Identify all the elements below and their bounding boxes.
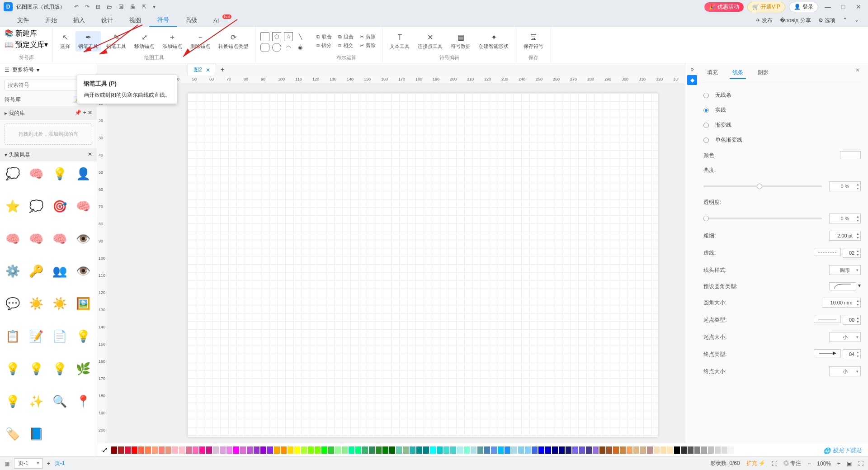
- color-swatch-item[interactable]: [111, 446, 117, 454]
- color-swatch-item[interactable]: [728, 446, 734, 454]
- color-swatch-item[interactable]: [667, 446, 673, 454]
- dash-preview[interactable]: [814, 248, 841, 256]
- shape-rect[interactable]: [260, 32, 269, 41]
- color-swatch-item[interactable]: [132, 446, 137, 454]
- color-swatch-item[interactable]: [525, 446, 531, 454]
- mylib-pin-icon[interactable]: 📌: [75, 109, 81, 116]
- color-swatch-item[interactable]: [674, 446, 680, 454]
- radio-gradient[interactable]: [703, 123, 709, 128]
- endtype-preview[interactable]: [814, 349, 841, 357]
- symbol-item[interactable]: 🖼️: [74, 295, 92, 313]
- bool-split[interactable]: ⧈ 拆分: [315, 42, 334, 49]
- pages-icon[interactable]: ▥: [5, 461, 9, 467]
- color-swatch-item[interactable]: [288, 446, 293, 454]
- startsize-combo[interactable]: 小: [829, 332, 861, 342]
- promo-button[interactable]: 🎉 优惠活动: [704, 2, 744, 12]
- corner-preview[interactable]: [829, 282, 856, 290]
- radio-monograd[interactable]: [703, 138, 709, 143]
- export-icon[interactable]: ⇱: [142, 4, 146, 10]
- color-swatch-item[interactable]: [633, 446, 639, 454]
- symbol-item[interactable]: 💭: [27, 197, 45, 215]
- bool-subtract2[interactable]: ✂ 剪除: [358, 42, 377, 49]
- symbol-item[interactable]: 📄: [51, 328, 69, 346]
- color-swatch-item[interactable]: [328, 446, 334, 454]
- symbol-item[interactable]: 👤: [74, 165, 92, 183]
- color-swatch-item[interactable]: [159, 446, 165, 454]
- symbol-item[interactable]: 👁️: [74, 262, 92, 280]
- color-swatch-item[interactable]: [552, 446, 558, 454]
- starttype-value[interactable]: 00▲▼: [843, 315, 861, 325]
- zoom-out-icon[interactable]: −: [807, 461, 811, 467]
- color-swatch-item[interactable]: [321, 446, 327, 454]
- symdata-tool[interactable]: ▤符号数据: [448, 31, 473, 52]
- brightness-slider[interactable]: [703, 185, 822, 187]
- color-swatch-item[interactable]: [260, 446, 266, 454]
- symbol-item[interactable]: 🧠: [4, 230, 22, 248]
- color-swatch-item[interactable]: [125, 446, 131, 454]
- symbol-item[interactable]: 💡: [4, 360, 22, 378]
- color-swatch-item[interactable]: [735, 446, 741, 454]
- symbol-item[interactable]: 💡: [4, 392, 22, 410]
- color-swatch-item[interactable]: [349, 446, 354, 454]
- color-swatch-item[interactable]: [247, 446, 253, 454]
- color-swatch-item[interactable]: [118, 446, 124, 454]
- color-swatch-item[interactable]: [416, 446, 422, 454]
- color-swatch-item[interactable]: [484, 446, 490, 454]
- color-swatch-item[interactable]: [382, 446, 388, 454]
- vip-button[interactable]: 🛒 开通VIP: [747, 2, 785, 12]
- symbol-item[interactable]: 🎯: [51, 197, 69, 215]
- brainstorm-toggle[interactable]: ▾ 头脑风暴: [5, 151, 30, 159]
- shape-style-icon[interactable]: ◆: [687, 75, 697, 85]
- endsize-combo[interactable]: 小: [829, 366, 861, 376]
- color-swatch-item[interactable]: [220, 446, 226, 454]
- new-lib-button[interactable]: 📚 新建库: [5, 29, 37, 38]
- color-swatch-item[interactable]: [450, 446, 456, 454]
- color-swatch-item[interactable]: [701, 446, 707, 454]
- add-tab-button[interactable]: +: [216, 64, 229, 76]
- radio-solid[interactable]: [703, 108, 709, 113]
- symbol-item[interactable]: 🏷️: [4, 425, 22, 443]
- color-swatch-item[interactable]: [572, 446, 578, 454]
- color-swatch-item[interactable]: [226, 446, 232, 454]
- color-swatch-item[interactable]: [179, 446, 185, 454]
- symbol-item[interactable]: 💭: [4, 165, 22, 183]
- help-icon[interactable]: ⌄: [854, 17, 859, 24]
- zoom-in-icon[interactable]: +: [837, 461, 840, 467]
- page-tab[interactable]: 页-1: [55, 460, 65, 467]
- menu-symbol[interactable]: 符号: [149, 14, 177, 27]
- connect-tool[interactable]: ✕连接点工具: [415, 31, 445, 52]
- color-swatch-item[interactable]: [532, 446, 538, 454]
- symbol-item[interactable]: 📋: [4, 328, 22, 346]
- color-swatch-item[interactable]: [491, 446, 497, 454]
- bool-subtract[interactable]: ✂ 剪除: [358, 33, 377, 41]
- color-swatch-item[interactable]: [559, 446, 565, 454]
- color-swatch-item[interactable]: [369, 446, 375, 454]
- symbol-item[interactable]: 🌿: [74, 360, 92, 378]
- options-button[interactable]: ⚙ 选项: [818, 17, 835, 24]
- radius-value[interactable]: 10.00 mm▲▼: [822, 298, 861, 308]
- color-swatch-item[interactable]: [186, 446, 192, 454]
- color-swatch-item[interactable]: [647, 446, 653, 454]
- color-swatch-item[interactable]: [464, 446, 470, 454]
- focus-button[interactable]: ◎ 专注: [783, 460, 801, 467]
- select-tool[interactable]: ↖选择: [57, 31, 73, 52]
- color-swatch-item[interactable]: [599, 446, 605, 454]
- color-swatch-item[interactable]: [708, 446, 714, 454]
- symbol-item[interactable]: 🧠: [27, 165, 45, 183]
- opacity-value[interactable]: 0 %▲▼: [829, 214, 861, 223]
- minimize-icon[interactable]: —: [822, 3, 834, 10]
- color-swatch-item[interactable]: [498, 446, 504, 454]
- color-swatch-item[interactable]: [620, 446, 626, 454]
- color-swatch-item[interactable]: [654, 446, 660, 454]
- color-swatch-item[interactable]: [233, 446, 239, 454]
- color-swatch[interactable]: [840, 151, 861, 159]
- expand-button[interactable]: 扩充 ⚡: [746, 460, 765, 467]
- color-swatch-item[interactable]: [545, 446, 551, 454]
- color-swatch-item[interactable]: [423, 446, 429, 454]
- mylib-add-icon[interactable]: +: [83, 109, 86, 116]
- color-swatch-item[interactable]: [715, 446, 721, 454]
- color-swatch-item[interactable]: [538, 446, 544, 454]
- symbol-item[interactable]: ✨: [27, 392, 45, 410]
- menu-start[interactable]: 开始: [37, 14, 65, 26]
- login-button[interactable]: 👤 登录: [789, 2, 818, 12]
